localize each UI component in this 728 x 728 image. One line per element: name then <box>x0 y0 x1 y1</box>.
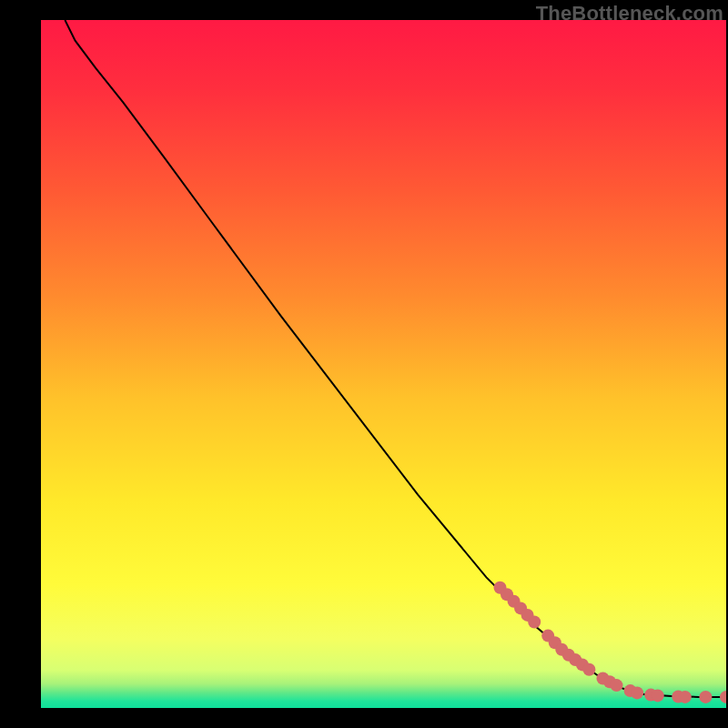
gradient-background <box>41 20 726 708</box>
data-marker <box>679 691 692 703</box>
data-marker <box>652 689 664 702</box>
data-marker <box>699 691 712 703</box>
data-marker <box>611 679 623 692</box>
data-marker <box>528 616 541 629</box>
data-marker <box>582 663 595 676</box>
data-marker <box>631 686 643 699</box>
chart-frame: TheBottleneck.com <box>0 0 728 728</box>
plot-area <box>41 20 726 708</box>
chart-svg <box>41 20 726 708</box>
watermark-text: TheBottleneck.com <box>536 2 723 25</box>
